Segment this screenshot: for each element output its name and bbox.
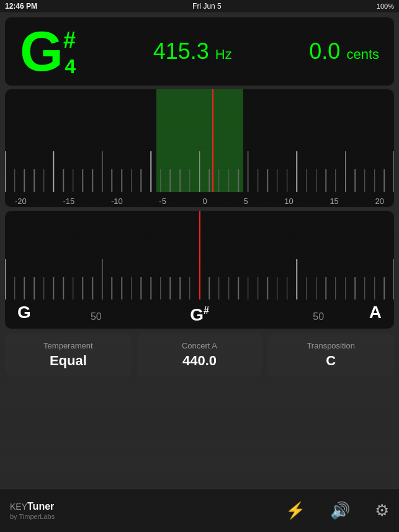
coarse-tick-24 — [238, 277, 239, 299]
coarse-tick-14 — [141, 277, 142, 299]
fine-tick-8 — [277, 169, 278, 192]
note-sharp-octave: # 4 — [63, 27, 76, 76]
fine-tick--11 — [92, 169, 93, 192]
coarse-tick-7 — [73, 277, 74, 299]
coarse-tick-31 — [306, 277, 307, 299]
fine-tick--19 — [14, 169, 16, 192]
pitch-display: G # 4 415.3 Hz 0.0 cents — [5, 17, 394, 86]
status-bar: 12:46 PM Fri Jun 5 100% — [0, 0, 399, 12]
fine-tick--14 — [63, 169, 64, 192]
temperament-button[interactable]: Temperament Equal — [5, 334, 132, 376]
coarse-tick-16 — [160, 277, 161, 299]
coarse-tick-19 — [189, 277, 191, 299]
transposition-button[interactable]: Transposition C — [267, 334, 394, 376]
coarse-tick-38 — [374, 277, 375, 299]
note-octave: 4 — [65, 56, 76, 76]
coarse-tick-34 — [335, 277, 336, 299]
coarse-tick-10 — [102, 259, 103, 299]
fine-tick-10 — [297, 151, 298, 192]
coarse-tick-4 — [43, 277, 45, 299]
status-time: 12:46 PM — [5, 2, 37, 11]
fine-tick--17 — [34, 169, 35, 192]
temperament-value: Equal — [11, 353, 125, 369]
fine-label-10: 10 — [284, 197, 293, 206]
coarse-tick-27 — [267, 277, 268, 299]
fine-tick-6 — [258, 169, 259, 192]
red-line-coarse — [199, 211, 200, 299]
fine-label-5: 5 — [243, 197, 248, 206]
coarse-tick-23 — [228, 277, 230, 299]
concert-a-label: Concert A — [143, 341, 257, 350]
coarse-tick-36 — [355, 277, 356, 299]
transposition-value: C — [274, 353, 388, 369]
app-by-line: by TimperLabs — [10, 513, 55, 521]
fine-tick-16 — [355, 169, 356, 192]
coarse-tick-18 — [179, 277, 181, 299]
fine-tick-17 — [364, 169, 365, 192]
fine-tick--20 — [5, 151, 6, 192]
fine-tick--6 — [141, 169, 142, 192]
concert-a-value: 440.0 — [143, 353, 257, 369]
frequency-unit: Hz — [215, 47, 232, 62]
coarse-tick-12 — [121, 277, 122, 299]
bolt-icon[interactable]: ⚡ — [285, 501, 305, 520]
gear-icon[interactable]: ⚙ — [375, 501, 389, 520]
coarse-tick-5 — [53, 277, 55, 299]
app-name-key: KEY — [10, 502, 27, 512]
status-date: Fri Jun 5 — [192, 2, 222, 11]
fine-labels: -20 -15 -10 -5 0 5 10 15 20 — [5, 197, 394, 206]
fine-ticks — [5, 89, 394, 192]
coarse-tick-13 — [131, 277, 132, 299]
frequency-display: 415.3 Hz — [76, 38, 309, 64]
coarse-tick-21 — [208, 277, 210, 299]
fine-tick-4 — [238, 169, 239, 192]
coarse-tick-11 — [112, 277, 113, 299]
fine-tick-0 — [199, 151, 200, 192]
fine-tick--7 — [131, 169, 132, 192]
note-sharp: # — [63, 29, 76, 51]
coarse-right-note: A — [369, 303, 382, 322]
fine-tick-20 — [393, 151, 394, 192]
transposition-label: Transposition — [274, 341, 388, 350]
fine-label-0: 0 — [203, 197, 207, 206]
concert-a-button[interactable]: Concert A 440.0 — [137, 334, 263, 376]
bottom-toolbar: KEYTuner by TimperLabs ⚡ 🔊 ⚙ — [0, 489, 399, 532]
coarse-tick-25 — [248, 277, 249, 299]
frequency-value: 415.3 — [153, 38, 209, 64]
battery-indicator: 100% — [377, 2, 394, 10]
bottom-buttons: Temperament Equal Concert A 440.0 Transp… — [5, 334, 394, 376]
coarse-tick-40 — [393, 259, 394, 299]
coarse-label-50-right: 50 — [313, 311, 324, 322]
fine-tick-7 — [267, 169, 268, 192]
coarse-center-note-letter: G — [190, 305, 204, 325]
fine-tick--12 — [83, 169, 84, 192]
fine-tick--9 — [112, 169, 113, 192]
fine-tick--13 — [73, 169, 74, 192]
coarse-tick-39 — [384, 277, 385, 299]
coarse-tick-3 — [34, 277, 35, 299]
coarse-tick-2 — [24, 277, 25, 299]
fine-tick-19 — [384, 169, 385, 192]
coarse-tick-26 — [258, 277, 259, 299]
fine-label-neg10: -10 — [111, 197, 123, 206]
fine-tick-15 — [345, 151, 346, 192]
app-name-tuner: Tuner — [27, 501, 54, 512]
speaker-icon[interactable]: 🔊 — [330, 501, 350, 520]
fine-tick-11 — [306, 169, 307, 192]
fine-tick--16 — [43, 169, 45, 192]
fine-tick-3 — [228, 169, 230, 192]
fine-label-neg5: -5 — [159, 197, 166, 206]
fine-tick--18 — [24, 169, 25, 192]
fine-tick--1 — [189, 169, 191, 192]
fine-tick--10 — [102, 151, 103, 192]
fine-tick--15 — [53, 151, 55, 192]
coarse-tick-9 — [92, 277, 93, 299]
temperament-label: Temperament — [11, 341, 125, 350]
fine-label-15: 15 — [330, 197, 338, 206]
fine-label-neg15: -15 — [63, 197, 74, 206]
fine-tick-18 — [374, 169, 375, 192]
coarse-tick-30 — [297, 259, 298, 299]
coarse-left-note: G — [17, 303, 31, 322]
fine-tick-1 — [208, 169, 210, 192]
note-name: G # 4 — [20, 27, 76, 77]
